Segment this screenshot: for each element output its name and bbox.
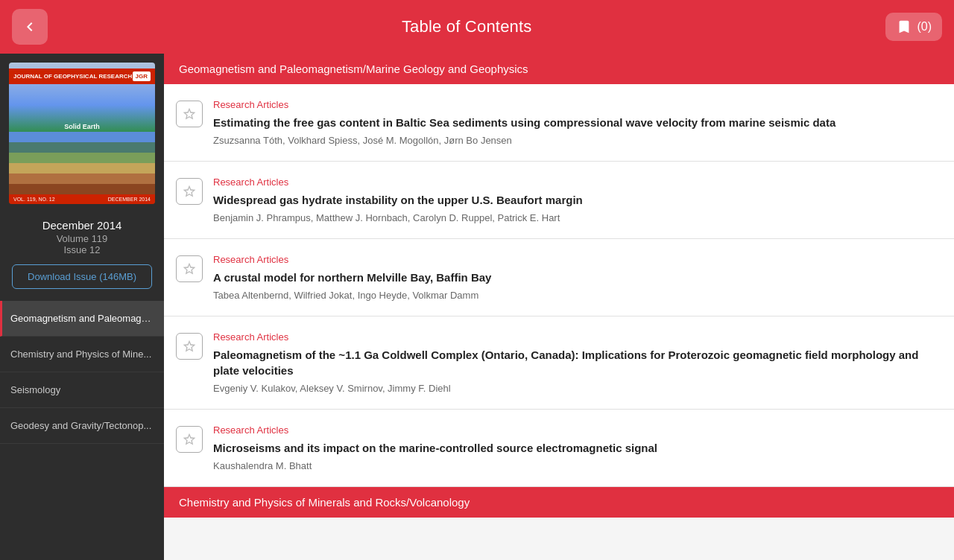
article-4-authors: Evgeniy V. Kulakov, Aleksey V. Smirnov, … — [213, 383, 939, 394]
article-1-title[interactable]: Estimating the free gas content in Balti… — [213, 115, 939, 130]
star-icon — [182, 184, 197, 199]
article-5-authors: Kaushalendra M. Bhatt — [213, 460, 939, 471]
article-5-title[interactable]: Microseisms and its impact on the marine… — [213, 440, 939, 456]
cover-header-text: JOURNAL OF GEOPHYSICAL RESEARCH — [13, 73, 132, 80]
article-3-authors: Tabea Altenbernd, Wilfried Jokat, Ingo H… — [213, 290, 939, 301]
journal-issue: Issue 12 — [3, 244, 161, 255]
cover-logo: JGR — [133, 71, 151, 81]
main-content: JOURNAL OF GEOPHYSICAL RESEARCH JGR Soli… — [0, 54, 954, 560]
section-header-geomagnetism: Geomagnetism and Paleomagnetism/Marine G… — [164, 54, 954, 84]
section-header-chemistry: Chemistry and Physics of Minerals and Ro… — [164, 487, 954, 518]
article-item: Research Articles A crustal model for no… — [164, 239, 954, 316]
bookmark-count-label: (0) — [917, 20, 932, 34]
stripe-6 — [9, 184, 155, 194]
article-item: Research Articles Widespread gas hydrate… — [164, 162, 954, 239]
article-item: Research Articles Microseisms and its im… — [164, 410, 954, 487]
stripe-3 — [9, 153, 155, 163]
sidebar-item-geodesy[interactable]: Geodesy and Gravity/Tectonop... — [0, 408, 164, 444]
article-item: Research Articles Paleomagnetism of the … — [164, 316, 954, 410]
cover-image: JOURNAL OF GEOPHYSICAL RESEARCH JGR Soli… — [9, 63, 155, 204]
article-2-authors: Benjamin J. Phrampus, Matthew J. Hornbac… — [213, 212, 939, 223]
stripe-2 — [9, 142, 155, 153]
bookmark-count-button[interactable]: (0) — [885, 13, 942, 41]
article-3-title[interactable]: A crustal model for northern Melville Ba… — [213, 270, 939, 285]
cover-footer: VOL. 119, NO. 12 DECEMBER 2014 — [9, 194, 155, 204]
stripe-4 — [9, 163, 155, 174]
cover-footer-left: VOL. 119, NO. 12 — [13, 197, 55, 202]
bookmark-article-1-button[interactable] — [176, 101, 203, 127]
journal-date: December 2014 — [3, 219, 161, 232]
cover-footer-right: DECEMBER 2014 — [108, 197, 151, 202]
article-item: Research Articles Estimating the free ga… — [164, 84, 954, 162]
article-4-type: Research Articles — [213, 331, 939, 343]
sidebar-item-seismology[interactable]: Seismology — [0, 372, 164, 408]
stripe-5 — [9, 174, 155, 184]
journal-volume: Volume 119 — [3, 233, 161, 244]
article-4-title[interactable]: Paleomagnetism of the ~1.1 Ga Coldwell C… — [213, 347, 939, 378]
app-header: Table of Contents (0) — [0, 0, 954, 54]
page-title: Table of Contents — [402, 17, 532, 36]
bookmark-icon — [896, 19, 912, 35]
journal-info: December 2014 Volume 119 Issue 12 — [0, 213, 164, 264]
star-icon — [182, 261, 197, 276]
article-2-title[interactable]: Widespread gas hydrate instability on th… — [213, 192, 939, 208]
article-5-type: Research Articles — [213, 424, 939, 436]
star-icon — [182, 339, 197, 354]
sidebar-item-geomagnetism[interactable]: Geomagnetism and Paleomagn... — [0, 301, 164, 337]
sidebar-item-chemistry[interactable]: Chemistry and Physics of Mine... — [0, 337, 164, 372]
article-3-content: Research Articles A crustal model for no… — [213, 254, 939, 301]
cover-header: JOURNAL OF GEOPHYSICAL RESEARCH JGR — [9, 69, 155, 84]
article-1-content: Research Articles Estimating the free ga… — [213, 99, 939, 146]
sidebar: JOURNAL OF GEOPHYSICAL RESEARCH JGR Soli… — [0, 54, 164, 560]
content-area: Geomagnetism and Paleomagnetism/Marine G… — [164, 54, 954, 560]
bookmark-article-3-button[interactable] — [176, 255, 203, 282]
stripe-1 — [9, 132, 155, 142]
article-4-content: Research Articles Paleomagnetism of the … — [213, 331, 939, 394]
article-1-authors: Zsuzsanna Tóth, Volkhard Spiess, José M.… — [213, 135, 939, 146]
article-5-content: Research Articles Microseisms and its im… — [213, 424, 939, 471]
article-3-type: Research Articles — [213, 254, 939, 265]
back-button[interactable] — [12, 9, 48, 45]
article-2-type: Research Articles — [213, 176, 939, 188]
chevron-left-icon — [21, 18, 39, 36]
bookmark-article-5-button[interactable] — [176, 426, 203, 453]
bookmark-article-2-button[interactable] — [176, 178, 203, 205]
star-icon — [182, 106, 197, 121]
bookmark-article-4-button[interactable] — [176, 333, 203, 360]
download-button[interactable]: Download Issue (146MB) — [12, 264, 152, 289]
cover-stripes: Solid Earth — [9, 84, 155, 194]
article-2-content: Research Articles Widespread gas hydrate… — [213, 176, 939, 223]
cover-subtitle: Solid Earth — [9, 120, 155, 132]
article-1-type: Research Articles — [213, 99, 939, 110]
star-icon — [182, 432, 197, 447]
journal-cover: JOURNAL OF GEOPHYSICAL RESEARCH JGR Soli… — [9, 63, 155, 204]
